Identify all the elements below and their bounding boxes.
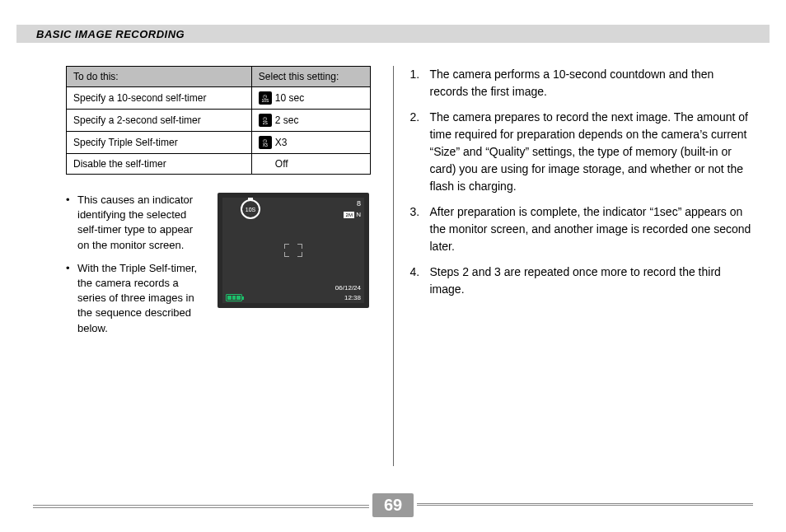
content-columns: To do this: Select this setting: Specify… [33,66,753,466]
lcd-time: 12:38 [344,294,361,301]
section-title: BASIC IMAGE RECORDING [36,28,185,40]
bullet-list: This causes an indicator identifying the… [66,193,206,344]
page-footer: 69 [33,492,753,517]
setting-label: 2 sec [275,114,299,126]
setting-label: 10 sec [275,92,304,104]
action-cell: Specify Triple Self-timer [67,132,252,154]
setting-cell: Off [251,154,370,175]
table-row: Disable the self-timer Off [67,154,371,175]
action-cell: Disable the self-timer [67,154,252,175]
table-header-action: To do this: [67,67,252,87]
page-number: 69 [372,493,414,517]
step-item: After preparation is complete, the indic… [410,203,754,255]
self-timer-icon: ◷X3 [259,136,272,149]
footer-rule-right [417,505,753,506]
battery-icon [226,294,242,301]
bullet-item: This causes an indicator identifying the… [66,193,206,253]
lcd-quality: N [356,211,361,218]
setting-label: X3 [275,137,288,148]
camera-lcd-preview: 10S 8 2M N 06/12/24 12:38 [218,193,369,308]
lcd-date: 06/12/24 [335,284,361,292]
table-row: Specify Triple Self-timer ◷X3 X3 [67,132,371,154]
table-header-row: To do this: Select this setting: [67,67,371,87]
step-item: Steps 2 and 3 are repeated once more to … [410,264,754,298]
lcd-focus-brackets-icon [284,244,302,257]
left-body: This causes an indicator identifying the… [66,193,377,344]
lcd-size-indicator: 2M N [344,211,361,218]
lcd-timer-label: 10S [246,207,255,212]
table-header-setting: Select this setting: [251,67,370,87]
numbered-steps: The camera performs a 10-second countdow… [410,66,754,298]
action-cell: Specify a 10-second self-timer [67,87,252,110]
setting-cell: ◷X3 X3 [251,132,370,154]
bullet-item: With the Triple Self-timer, the camera r… [66,261,206,336]
lcd-size-badge: 2M [344,212,354,218]
settings-table: To do this: Select this setting: Specify… [66,66,371,175]
step-item: The camera prepares to record the next i… [410,109,754,195]
section-header-bar: BASIC IMAGE RECORDING [16,25,770,43]
left-column: To do this: Select this setting: Specify… [33,66,393,466]
setting-label: Off [275,158,288,170]
setting-cell: ◷10S 10 sec [251,87,370,110]
table-row: Specify a 10-second self-timer ◷10S 10 s… [67,87,371,110]
self-timer-icon: ◷10S [259,91,272,105]
footer-rule-left [33,505,369,506]
setting-cell: ◷2S 2 sec [251,110,370,132]
lcd-self-timer-icon: 10S [241,199,260,219]
right-column: The camera performs a 10-second countdow… [394,66,754,466]
self-timer-icon: ◷2S [259,114,272,127]
step-item: The camera performs a 10-second countdow… [410,66,754,100]
action-cell: Specify a 2-second self-timer [67,110,252,132]
lcd-shots-remaining: 8 [357,199,361,208]
manual-page: BASIC IMAGE RECORDING To do this: Select… [0,0,786,532]
table-row: Specify a 2-second self-timer ◷2S 2 sec [67,110,371,132]
